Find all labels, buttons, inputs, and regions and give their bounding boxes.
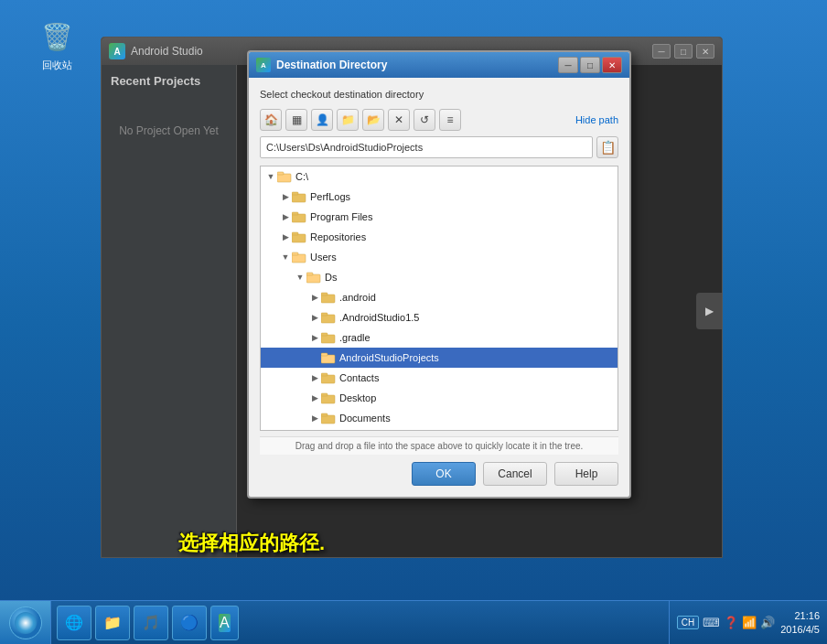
- dialog-title-bar: A Destination Directory ─ □ ✕: [249, 52, 629, 78]
- tree-item-contacts[interactable]: ▶ Contacts: [261, 368, 618, 388]
- folder-icon-perflogs: [292, 190, 306, 203]
- ok-button[interactable]: OK: [412, 462, 476, 486]
- tree-label-androidstudio15: .AndroidStudio1.5: [339, 312, 419, 323]
- folder-icon-gradle: [321, 331, 336, 344]
- dialog-logo-icon: A: [256, 58, 271, 72]
- dialog-close-button[interactable]: ✕: [602, 57, 622, 73]
- svg-rect-32: [321, 395, 335, 403]
- destination-directory-dialog: A Destination Directory ─ □ ✕ Select che…: [247, 50, 631, 499]
- path-input[interactable]: [260, 136, 593, 158]
- svg-rect-14: [292, 214, 306, 222]
- tree-item-ds[interactable]: ▼ Ds: [261, 267, 618, 287]
- tree-arrow-repositories: ▶: [279, 231, 292, 243]
- tree-item-androidstudioprojects[interactable]: AndroidStudioProjects: [261, 348, 618, 368]
- tree-label-desktop: Desktop: [339, 392, 376, 403]
- svg-rect-16: [292, 234, 306, 242]
- tree-item-documents[interactable]: ▶ Documents: [261, 408, 618, 428]
- tree-arrow-contacts: ▶: [308, 371, 321, 384]
- tree-item-androidstudio15[interactable]: ▶ .AndroidStudio1.5: [261, 307, 618, 327]
- drag-hint-text: Drag and drop a file into the space abov…: [260, 436, 618, 455]
- svg-rect-29: [321, 353, 328, 356]
- path-input-row: 📋: [260, 136, 618, 158]
- svg-rect-11: [277, 172, 284, 175]
- svg-rect-10: [277, 174, 291, 182]
- path-browse-button[interactable]: 📋: [596, 136, 618, 158]
- tree-arrow-program_files: ▶: [279, 210, 292, 223]
- folder-icon-program_files: [292, 210, 306, 223]
- tree-arrow-documents: ▶: [308, 412, 321, 424]
- tree-item-downloads[interactable]: ▶ Downloads: [261, 428, 618, 431]
- tree-arrow-android: ▶: [308, 291, 321, 304]
- folder-icon-documents: [321, 412, 336, 424]
- svg-rect-17: [292, 232, 298, 235]
- svg-rect-31: [321, 373, 328, 376]
- tree-item-android[interactable]: ▶ .android: [261, 287, 618, 307]
- home-button[interactable]: 🏠: [260, 109, 282, 131]
- tree-label-android: .android: [339, 292, 376, 303]
- svg-rect-23: [321, 293, 328, 295]
- tree-item-perflogs[interactable]: ▶ PerfLogs: [261, 187, 618, 207]
- toolbar-left-group: 🏠 ▦ 👤 📁 📂 ✕ ↺ ≡: [260, 109, 461, 131]
- tree-arrow-gradle: ▶: [308, 331, 321, 344]
- tree-arrow-perflogs: ▶: [279, 190, 292, 203]
- dialog-maximize-button[interactable]: □: [580, 57, 600, 73]
- svg-rect-20: [306, 274, 320, 283]
- tree-arrow-desktop: ▶: [308, 392, 321, 404]
- dialog-minimize-button[interactable]: ─: [558, 57, 578, 73]
- svg-rect-30: [321, 375, 335, 383]
- svg-rect-26: [321, 335, 335, 343]
- svg-rect-13: [292, 192, 298, 195]
- svg-rect-21: [306, 273, 313, 275]
- dialog-body: Select checkout destination directory 🏠 …: [249, 78, 629, 497]
- help-button[interactable]: Help: [554, 462, 618, 486]
- tree-label-androidstudioprojects: AndroidStudioProjects: [339, 352, 439, 363]
- tree-label-documents: Documents: [339, 413, 391, 424]
- dialog-title-label: Destination Directory: [276, 59, 387, 71]
- svg-rect-18: [292, 254, 306, 263]
- tree-item-repositories[interactable]: ▶ Repositories: [261, 227, 618, 247]
- delete-button[interactable]: ✕: [388, 109, 410, 131]
- menu-button[interactable]: ≡: [439, 109, 461, 131]
- folder-icon-contacts: [321, 371, 336, 384]
- dialog-title-text-group: A Destination Directory: [256, 58, 387, 72]
- desktop: 🗑️ 回收站 A Android Studio ─ □ ✕ Recent Pro…: [0, 0, 827, 644]
- folder-icon-androidstudio15: [321, 311, 336, 324]
- svg-rect-12: [292, 194, 306, 202]
- person-button[interactable]: 👤: [311, 109, 333, 131]
- folder-icon-android: [321, 291, 336, 304]
- tree-item-c_root[interactable]: ▼ C:\: [261, 166, 618, 187]
- dialog-subtitle: Select checkout destination directory: [260, 89, 618, 100]
- tree-label-c_root: C:\: [295, 171, 308, 182]
- cancel-button[interactable]: Cancel: [483, 462, 547, 486]
- svg-rect-22: [321, 295, 335, 303]
- refresh-button[interactable]: ↺: [414, 109, 435, 131]
- open-folder-button[interactable]: 📂: [362, 109, 384, 131]
- svg-rect-33: [321, 393, 328, 396]
- tree-arrow-users: ▼: [279, 251, 292, 263]
- folder-icon-androidstudioprojects: [321, 351, 336, 364]
- tree-label-program_files: Program Files: [310, 211, 372, 222]
- tree-item-users[interactable]: ▼ Users: [261, 247, 618, 267]
- svg-rect-24: [321, 315, 335, 323]
- directory-tree[interactable]: ▼ C:\▶ PerfLogs▶ Program Files▶ Reposito…: [260, 166, 618, 431]
- svg-rect-34: [321, 415, 335, 424]
- tree-item-gradle[interactable]: ▶ .gradle: [261, 327, 618, 348]
- dialog-window-controls: ─ □ ✕: [558, 57, 622, 73]
- tree-arrow-androidstudio15: ▶: [308, 311, 321, 324]
- hide-path-link[interactable]: Hide path: [575, 114, 618, 125]
- grid-button[interactable]: ▦: [285, 109, 307, 131]
- tree-label-repositories: Repositories: [310, 231, 366, 242]
- folder-icon-users: [292, 251, 306, 263]
- tree-item-program_files[interactable]: ▶ Program Files: [261, 207, 618, 227]
- svg-rect-28: [321, 355, 335, 363]
- folder-icon-desktop: [321, 392, 336, 404]
- new-folder-button[interactable]: 📁: [337, 109, 359, 131]
- folder-icon-ds: [306, 271, 321, 284]
- svg-rect-27: [321, 333, 328, 336]
- folder-icon-c_root: [277, 170, 292, 183]
- svg-rect-19: [292, 252, 298, 255]
- tree-label-ds: Ds: [325, 272, 337, 283]
- svg-rect-15: [292, 212, 298, 215]
- tree-item-desktop[interactable]: ▶ Desktop: [261, 388, 618, 408]
- folder-icon-repositories: [292, 231, 306, 243]
